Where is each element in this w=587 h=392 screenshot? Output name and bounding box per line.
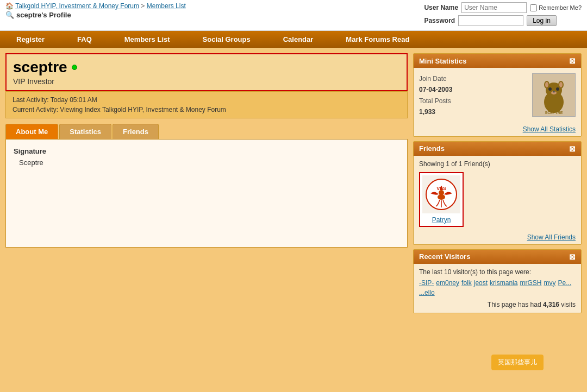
tab-about-me[interactable]: About Me	[5, 124, 58, 139]
visitors-count: This page has had 4,316 visits	[419, 301, 576, 308]
visitors-content: The last 10 visitor(s) to this page were…	[414, 264, 581, 313]
join-date-value: 07-04-2003	[419, 84, 452, 95]
friends-content: Showing 1 of 1 Friend(s) VFS	[414, 156, 581, 231]
left-panel: sceptre VIP Investor Last Activity: Toda…	[5, 53, 408, 313]
password-label: Password	[424, 17, 455, 24]
signature-value: Sceptre	[19, 159, 399, 167]
last-activity: Last Activity: Today 05:01 AM	[13, 95, 401, 105]
visitor-jeost[interactable]: jeost	[474, 279, 488, 287]
collapse-visitors-icon[interactable]: ⊠	[569, 252, 576, 261]
nav-bar: Register FAQ Members List Social Groups …	[0, 31, 587, 48]
right-panel: Mini Statistics ⊠ Join Date 07-04-2003 T…	[413, 53, 582, 313]
login-section: User Name Remember Me? Password Log in	[424, 2, 582, 28]
user-title: VIP Investor	[13, 77, 400, 86]
friend-item: VFS	[419, 172, 464, 227]
join-date-label: Join Date	[419, 73, 452, 84]
total-posts-label: Total Posts	[419, 96, 452, 106]
show-all-statistics-link[interactable]: Show All Statistics	[414, 123, 581, 136]
svg-text:SCEPTRE: SCEPTRE	[545, 111, 563, 115]
profile-title: 🔍 sceptre's Profile	[5, 11, 186, 19]
username-row: User Name Remember Me?	[424, 2, 582, 13]
activity-bar: Last Activity: Today 05:01 AM Current Ac…	[5, 91, 408, 118]
friend-avatar-svg: VFS	[425, 178, 458, 211]
friends-header: Friends ⊠	[414, 142, 581, 156]
breadcrumb-section: 🏠 Talkgold HYIP, Investment & Money Foru…	[5, 2, 186, 19]
avatar-svg: SCEPTRE	[534, 75, 574, 116]
recent-visitors-header: Recent Visitors ⊠	[414, 250, 581, 264]
friends-box: Friends ⊠ Showing 1 of 1 Friend(s) VFS	[413, 141, 582, 245]
forum-link[interactable]: Talkgold HYIP, Investment & Money Forum	[15, 2, 139, 10]
collapse-icon[interactable]: ⊠	[569, 56, 576, 65]
tab-friends[interactable]: Friends	[113, 124, 159, 139]
remember-me-checkbox[interactable]	[530, 4, 537, 11]
stats-text: Join Date 07-04-2003 Total Posts 1,933	[419, 73, 452, 118]
friends-title: Friends	[419, 144, 445, 153]
visitor-krismania[interactable]: krismania	[490, 279, 517, 287]
user-header: sceptre VIP Investor	[5, 53, 408, 91]
svg-point-4	[545, 82, 548, 87]
svg-point-9	[553, 91, 555, 92]
visitor-folk[interactable]: folk	[461, 279, 472, 287]
remember-me-section: Remember Me?	[530, 4, 582, 11]
username: sceptre	[13, 59, 67, 76]
visitor-ello[interactable]: ...ello	[419, 289, 435, 296]
mini-statistics-box: Mini Statistics ⊠ Join Date 07-04-2003 T…	[413, 53, 582, 137]
visitor-mvy[interactable]: mvy	[544, 279, 555, 287]
visitor-sip[interactable]: -SIP-	[419, 279, 434, 287]
nav-calendar[interactable]: Calendar	[267, 31, 330, 48]
login-button[interactable]: Log in	[527, 15, 557, 26]
forum-icon: 🏠	[5, 2, 14, 10]
friend-avatar: VFS	[422, 175, 460, 213]
top-bar: 🏠 Talkgold HYIP, Investment & Money Foru…	[0, 0, 587, 31]
online-indicator	[72, 65, 77, 70]
mini-statistics-title: Mini Statistics	[419, 57, 466, 65]
visitor-em0ney[interactable]: em0ney	[436, 279, 459, 287]
members-list-link[interactable]: Members List	[147, 2, 186, 10]
svg-point-7	[556, 87, 559, 91]
visitors-links: -SIP- em0ney folk jeost krismania mrGSH …	[419, 279, 576, 296]
svg-point-5	[559, 82, 563, 87]
svg-point-6	[548, 87, 552, 91]
avatar: SCEPTRE	[532, 73, 576, 117]
friends-showing: Showing 1 of 1 Friend(s)	[419, 160, 576, 168]
tab-statistics[interactable]: Statistics	[59, 124, 111, 139]
profile-icon: 🔍	[5, 11, 14, 19]
password-row: Password Log in	[424, 15, 582, 26]
nav-mark-forums-read[interactable]: Mark Forums Read	[329, 31, 426, 48]
signature-label: Signature	[14, 147, 399, 155]
visitor-mrgsh[interactable]: mrGSH	[520, 279, 541, 287]
tabs-row: About Me Statistics Friends	[5, 124, 408, 139]
username-input[interactable]	[461, 2, 527, 13]
remember-me-label: Remember Me?	[539, 4, 582, 11]
current-activity: Current Activity: Viewing Index Talkgold…	[13, 105, 401, 115]
recent-visitors-box: Recent Visitors ⊠ The last 10 visitor(s)…	[413, 249, 582, 313]
tab-content: Signature Sceptre	[5, 139, 408, 248]
breadcrumb: 🏠 Talkgold HYIP, Investment & Money Foru…	[5, 2, 186, 10]
nav-social-groups[interactable]: Social Groups	[186, 31, 267, 48]
mini-statistics-content: Join Date 07-04-2003 Total Posts 1,933	[414, 68, 581, 123]
recent-visitors-title: Recent Visitors	[419, 252, 470, 261]
friend-name[interactable]: Patryn	[432, 216, 451, 224]
collapse-friends-icon[interactable]: ⊠	[569, 144, 576, 153]
visitors-description: The last 10 visitor(s) to this page were…	[419, 268, 576, 276]
show-all-friends-link[interactable]: Show All Friends	[414, 231, 581, 244]
password-input[interactable]	[458, 15, 523, 26]
mini-statistics-header: Mini Statistics ⊠	[414, 54, 581, 68]
nav-members-list[interactable]: Members List	[108, 31, 186, 48]
main-content: sceptre VIP Investor Last Activity: Toda…	[0, 48, 587, 319]
mini-stats-inner: Join Date 07-04-2003 Total Posts 1,933	[419, 73, 576, 118]
username-label: User Name	[424, 4, 458, 11]
visitor-pe[interactable]: Pe...	[558, 279, 571, 287]
username-row: sceptre	[13, 59, 400, 76]
nav-register[interactable]: Register	[0, 31, 61, 48]
nav-faq[interactable]: FAQ	[61, 31, 108, 48]
svg-point-14	[439, 190, 444, 195]
total-posts-value: 1,933	[419, 106, 452, 117]
